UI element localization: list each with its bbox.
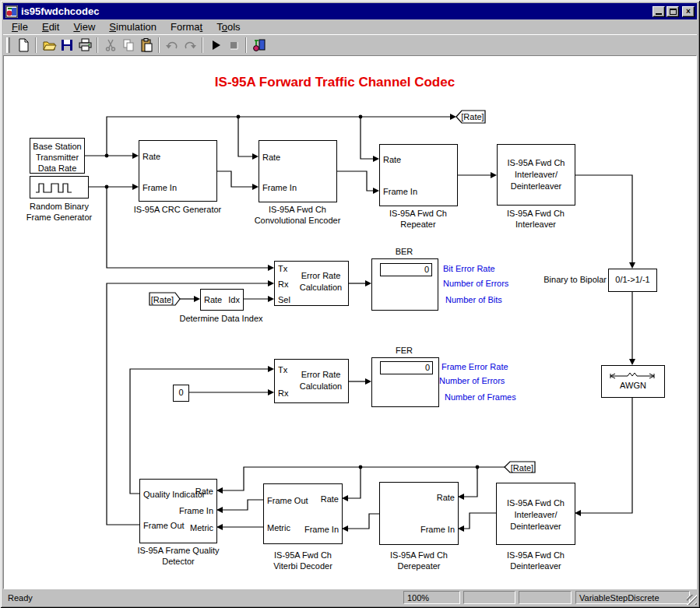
new-document-icon [16,37,31,53]
block-error-rate-calculation-fer[interactable]: Tx Rx Error Rate Calculation [274,359,349,403]
undo-arrow-icon [164,37,180,53]
block-derepeater[interactable]: Rate Frame In [379,482,459,545]
port-label-rx: Rx [278,388,288,398]
menu-format[interactable]: Format [164,20,209,33]
block-interleaver[interactable]: IS-95A Fwd Ch Interleaver/ Deinterleaver [497,144,575,206]
toolbar [3,34,697,55]
print-button[interactable] [76,37,93,54]
statusbar: Ready 100% VariableStepDiscrete [3,590,697,605]
toolbar-separator [202,37,203,53]
menu-file[interactable]: File [5,20,35,33]
block-text: Error Rate Calculation [295,369,346,392]
block-text: Error Rate Calculation [295,270,346,293]
start-simulation-button[interactable] [206,37,224,54]
port-label-frame-in: Frame In [142,183,177,192]
block-label-determine-data-index: Determine Data Index [143,313,299,324]
resize-grip[interactable] [687,595,697,605]
display-ber[interactable]: 0 [371,258,438,311]
port-label-rate: Rate [383,155,401,164]
minimize-icon [656,13,662,15]
menu-view[interactable]: View [66,20,102,33]
paste-button[interactable] [137,37,155,54]
toolbar-separator [158,37,160,53]
port-label-rate: Rate [321,494,339,504]
simulink-app-icon [5,5,18,18]
scissors-icon [103,37,118,53]
port-label-metric: Metric [267,523,290,532]
status-solver: VariableStepDiscrete [575,591,690,604]
open-model-button[interactable] [40,37,58,54]
menu-tools[interactable]: Tools [209,20,247,33]
cut-button[interactable] [101,37,119,54]
diagram-title: IS-95A Forward Traffic Channel Codec [179,75,491,90]
minimize-button[interactable] [653,6,665,17]
block-awgn-channel[interactable]: AWGN [601,365,665,398]
block-frame-quality-detector[interactable]: Quality Indicator Rate Frame In Frame Ou… [139,479,217,543]
diagram-canvas[interactable]: IS-95A Forward Traffic Channel Codec Bas… [3,55,697,589]
library-browser-button[interactable] [250,37,268,54]
block-deinterleaver[interactable]: IS-95A Fwd Ch Interleaver/ Deinterleaver [496,483,575,545]
port-label-frame-in: Frame In [304,525,339,534]
port-label-idx: Idx [228,295,240,304]
block-crc-generator[interactable]: Rate Frame In [139,140,217,202]
close-icon: × [686,7,691,16]
redo-arrow-icon [182,37,198,53]
toolbar-grip[interactable] [6,37,10,53]
port-label-frame-in: Frame In [179,506,213,515]
block-determine-data-index[interactable]: Rate Idx [200,289,244,311]
block-binary-to-bipolar[interactable]: 0/1->1/-1 [608,269,657,292]
maximize-button[interactable] [667,6,679,17]
save-model-button[interactable] [58,37,76,54]
menubar: File Edit View Simulation Format Tools [3,19,697,34]
stop-simulation-button[interactable] [224,37,242,54]
block-label-binary-to-bipolar: Binary to Bipolar [507,275,607,284]
display-title-ber: BER [326,246,482,257]
signal-wires [3,55,697,589]
port-label-tx: Tx [278,264,287,273]
undo-button[interactable] [163,37,181,54]
annotation-number-of-bits: Number of Bits [445,295,502,304]
display-value-fer: 0 [380,361,433,374]
port-label-rate: Rate [142,152,160,161]
block-base-station-data-rate[interactable]: Base Station Transmitter Data Rate [30,138,85,174]
close-button[interactable]: × [682,6,695,17]
annotation-number-of-errors: Number of Errors [443,279,508,288]
block-convolutional-encoder[interactable]: Rate Frame In [259,140,337,202]
redo-button[interactable] [181,37,199,54]
toolbar-separator [35,37,37,53]
display-fer[interactable]: 0 [371,357,439,407]
port-label-rate: Rate [437,493,455,502]
port-label-sel: Sel [278,295,290,304]
block-label-deinterleaver: IS-95A Fwd Ch Deinterleaver [458,550,614,571]
library-browser-icon [252,37,267,53]
open-folder-icon [41,37,57,53]
block-repeater[interactable]: Rate Frame In [379,144,458,206]
status-zoom-level: 100% [403,591,460,604]
copy-button[interactable] [119,37,137,54]
port-label-rate: Rate [195,487,213,496]
titlebar[interactable]: is95fwdchcodec × [3,3,697,19]
block-random-binary-frame-generator[interactable] [30,176,89,199]
toolbar-separator [245,37,247,53]
annotation-number-of-frames: Number of Frames [445,392,516,402]
menu-simulation[interactable]: Simulation [102,20,164,33]
status-message: Ready [8,592,33,604]
from-tag-rate-bottom[interactable]: [Rate] [509,462,535,473]
block-viterbi-decoder[interactable]: Frame Out Rate Metric Frame In [263,483,343,544]
port-label-metric: Metric [190,523,213,532]
simulink-model-window: is95fwdchcodec × File Edit View Simulati… [0,0,700,608]
port-label-tx: Tx [278,365,287,374]
toolbar-separator [97,37,98,53]
menu-edit[interactable]: Edit [35,20,66,33]
from-tag-rate[interactable]: [Rate] [149,294,175,305]
port-label-frame-in: Frame In [420,525,455,534]
stop-icon [226,37,241,53]
annotation-number-of-errors: Number of Errors [439,376,505,385]
block-constant-zero[interactable]: 0 [173,385,189,402]
new-model-button[interactable] [14,37,32,54]
annotation-frame-error-rate: Frame Error Rate [441,362,508,371]
block-error-rate-calculation-ber[interactable]: Tx Rx Sel Error Rate Calculation [274,261,349,306]
port-label-frame-in: Frame In [383,187,417,196]
goto-tag-rate[interactable]: [Rate] [460,111,485,122]
port-label-rx: Rx [278,279,288,289]
